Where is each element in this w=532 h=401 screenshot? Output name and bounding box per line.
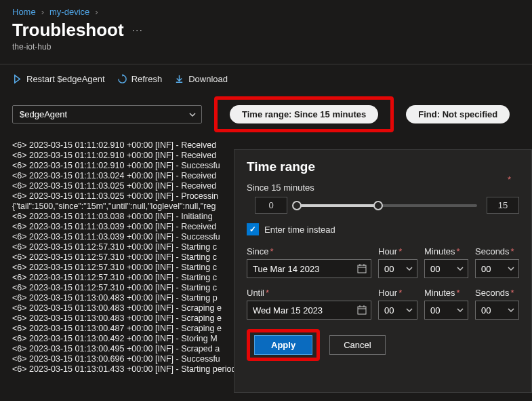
since-seconds-label: Seconds*: [475, 246, 519, 256]
until-row: Until* Wed Mar 15 2023 Hour* 00 Minutes*…: [247, 288, 519, 320]
toolbar: Restart $edgeAgent Refresh Download: [0, 71, 532, 96]
until-hour-label: Hour*: [378, 288, 417, 298]
since-row: Since* Tue Mar 14 2023 Hour* 00 Minutes*…: [247, 246, 519, 278]
until-seconds-label: Seconds*: [475, 288, 519, 298]
download-label: Download: [188, 74, 228, 84]
since-label: Since*: [247, 246, 371, 256]
chevron-down-icon: [508, 307, 514, 313]
since-minutes-col-label: Minutes*: [424, 246, 468, 256]
since-minutes-label: Since 15 minutes: [247, 183, 519, 193]
time-range-panel: Time range * Since 15 minutes 0 15 ✓ Ent…: [234, 149, 532, 393]
slider-min: 0: [255, 197, 287, 214]
until-minutes-col-label: Minutes*: [424, 288, 468, 298]
module-dropdown[interactable]: $edgeAgent: [12, 105, 202, 123]
restart-button[interactable]: Restart $edgeAgent: [12, 74, 105, 84]
refresh-icon: [117, 74, 127, 84]
refresh-label: Refresh: [131, 74, 163, 84]
enter-time-label: Enter time instead: [264, 225, 335, 235]
chevron-down-icon: [457, 265, 464, 272]
breadcrumb-device[interactable]: my-device: [49, 7, 89, 17]
page-subtitle: the-iot-hub: [0, 42, 532, 64]
panel-button-row: Apply Cancel: [247, 329, 519, 361]
apply-button[interactable]: Apply: [254, 335, 312, 355]
refresh-button[interactable]: Refresh: [117, 74, 163, 84]
slider-fill: [297, 204, 378, 207]
panel-title: Time range: [247, 159, 519, 174]
slider-thumb[interactable]: [292, 201, 302, 210]
chevron-down-icon: [406, 307, 413, 313]
time-range-highlight: Time range: Since 15 minutes: [214, 96, 394, 132]
download-button[interactable]: Download: [174, 74, 228, 84]
slider-max: 15: [487, 197, 519, 214]
since-slider[interactable]: 0 15: [255, 197, 519, 214]
more-icon[interactable]: ···: [132, 24, 143, 37]
svg-rect-4: [358, 307, 366, 314]
filter-row: $edgeAgent Time range: Since 15 minutes …: [0, 96, 532, 140]
module-dropdown-value: $edgeAgent: [12, 105, 202, 123]
chevron-down-icon: [406, 265, 413, 272]
find-pill[interactable]: Find: Not specified: [406, 105, 510, 123]
until-label: Until*: [247, 288, 371, 298]
since-date-input[interactable]: Tue Mar 14 2023: [247, 259, 371, 278]
chevron-down-icon: [457, 307, 464, 313]
until-seconds-select[interactable]: 00: [475, 301, 519, 320]
since-date-value: Tue Mar 14 2023: [253, 264, 320, 274]
calendar-icon: [357, 305, 367, 315]
apply-highlight: Apply: [247, 329, 320, 361]
divider: [0, 64, 532, 64]
required-indicator: *: [508, 174, 511, 185]
play-icon: [12, 74, 22, 84]
enter-time-checkbox-row[interactable]: ✓ Enter time instead: [247, 223, 519, 235]
until-minutes-select[interactable]: 00: [424, 301, 468, 320]
since-seconds-select[interactable]: 00: [475, 259, 519, 278]
time-range-pill[interactable]: Time range: Since 15 minutes: [230, 105, 378, 123]
svg-rect-0: [358, 265, 366, 273]
breadcrumb-home[interactable]: Home: [12, 7, 36, 17]
since-hour-select[interactable]: 00: [378, 259, 417, 278]
until-hour-select[interactable]: 00: [378, 301, 417, 320]
download-icon: [174, 74, 184, 84]
breadcrumb: Home › my-device ›: [0, 0, 532, 20]
slider-thumb[interactable]: [373, 201, 383, 210]
until-date-input[interactable]: Wed Mar 15 2023: [247, 301, 371, 320]
chevron-down-icon: [508, 265, 514, 272]
checkbox-checked-icon[interactable]: ✓: [247, 223, 259, 235]
slider-track[interactable]: [297, 204, 477, 207]
since-hour-label: Hour*: [378, 246, 417, 256]
since-minutes-select[interactable]: 00: [424, 259, 468, 278]
until-date-value: Wed Mar 15 2023: [253, 305, 323, 316]
calendar-icon: [357, 264, 367, 273]
cancel-button[interactable]: Cancel: [329, 335, 385, 355]
chevron-right-icon: ›: [95, 7, 98, 17]
chevron-right-icon: ›: [41, 7, 44, 17]
page-title: Troubleshoot: [12, 20, 124, 41]
restart-label: Restart $edgeAgent: [26, 74, 105, 84]
